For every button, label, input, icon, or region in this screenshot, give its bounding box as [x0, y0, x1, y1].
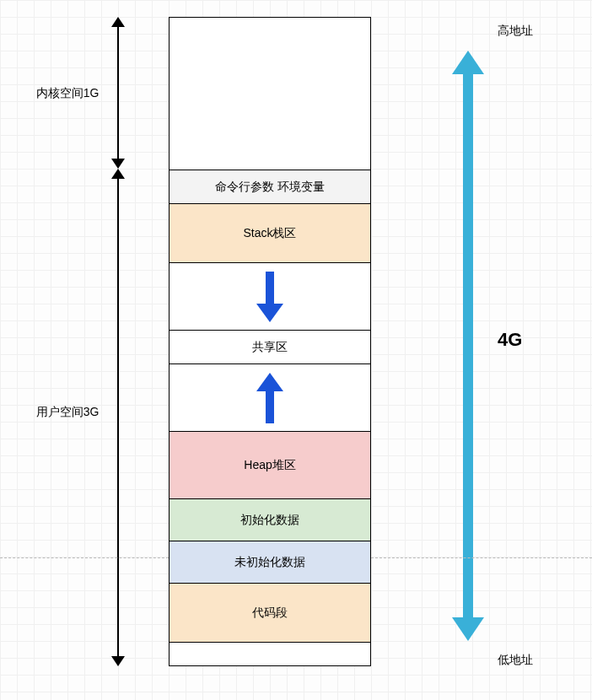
segment-heap-growth [170, 363, 370, 431]
segment-args: 命令行参数 环境变量 [170, 170, 370, 203]
segment-stack-growth [170, 262, 370, 330]
label-total-4g: 4G [498, 329, 522, 351]
bracket-kernel [110, 17, 126, 169]
dashed-line-left [0, 557, 169, 558]
segment-heap: Heap堆区 [170, 431, 370, 498]
label-kernel-space: 内核空间1G [25, 86, 110, 101]
address-range-arrow [455, 51, 481, 641]
dashed-line-right [371, 557, 592, 558]
bracket-user [110, 169, 126, 666]
arrow-down-icon [261, 272, 279, 322]
memory-layout-column: 命令行参数 环境变量 Stack栈区 共享区 Heap堆区 初始化数据 未初始化… [169, 17, 371, 666]
segment-uninit-data: 未初始化数据 [170, 541, 370, 583]
label-high-address: 高地址 [498, 24, 533, 39]
label-user-space: 用户空间3G [25, 405, 110, 420]
segment-init-data: 初始化数据 [170, 498, 370, 541]
segment-kernel [170, 18, 370, 170]
segment-shared: 共享区 [170, 330, 370, 363]
label-low-address: 低地址 [498, 653, 533, 668]
segment-code: 代码段 [170, 583, 370, 642]
arrow-up-icon [261, 373, 279, 423]
segment-bottom-blank [170, 642, 370, 665]
segment-stack: Stack栈区 [170, 203, 370, 262]
